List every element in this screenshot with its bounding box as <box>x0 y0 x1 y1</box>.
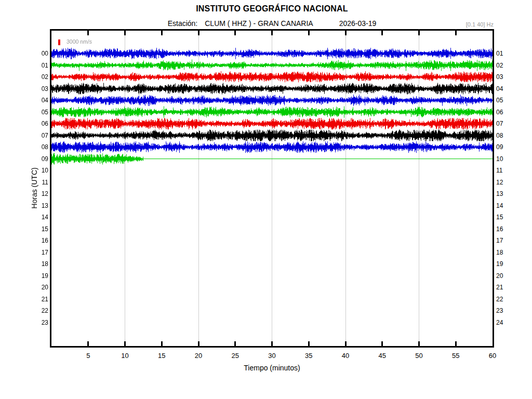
hour-label-right-04: 04 <box>496 85 527 92</box>
hour-label-right-03: 03 <box>496 73 527 81</box>
hour-label-left-18: 18 <box>0 260 48 268</box>
page-title: INSTITUTO GEOGRÁFICO NACIONAL <box>51 4 493 14</box>
hour-label-right-21: 21 <box>496 284 527 291</box>
hour-label-left-02: 02 <box>0 73 48 81</box>
hour-label-left-05: 05 <box>0 109 48 116</box>
axis-tick-bottom-55 <box>455 341 457 346</box>
hour-label-right-20: 20 <box>496 272 527 280</box>
hour-label-right-07: 07 <box>496 120 527 127</box>
date-value: 2026-03-19 <box>339 19 377 28</box>
axis-tick-top-10 <box>124 31 126 35</box>
axis-tick-top-20 <box>198 31 200 35</box>
x-tick-label-5: 5 <box>78 352 99 360</box>
axis-tick-top-40 <box>345 31 347 35</box>
hour-label-left-08: 08 <box>0 143 48 151</box>
hour-label-right-23: 23 <box>496 307 527 314</box>
axis-tick-top-50 <box>418 31 420 35</box>
axis-tick-bottom-50 <box>418 341 420 346</box>
hour-label-right-06: 06 <box>496 109 527 116</box>
seismogram-canvas <box>51 31 493 346</box>
axis-tick-bottom-30 <box>271 341 273 346</box>
axis-tick-top-5 <box>87 31 89 35</box>
hour-label-right-09: 09 <box>496 143 527 151</box>
x-tick-label-45: 45 <box>372 352 393 360</box>
hour-label-right-14: 14 <box>496 202 527 209</box>
hour-label-right-17: 17 <box>496 237 527 244</box>
hour-label-right-15: 15 <box>496 214 527 221</box>
hour-label-left-07: 07 <box>0 132 48 139</box>
x-tick-label-10: 10 <box>115 352 136 360</box>
axis-tick-top-55 <box>455 31 457 35</box>
axis-tick-bottom-5 <box>87 341 89 346</box>
station-value: CLUM ( HHZ ) - GRAN CANARIA <box>205 19 313 28</box>
axis-tick-top-35 <box>308 31 310 35</box>
axis-tick-top-30 <box>271 31 273 35</box>
plot-area: 3000 nm/s <box>51 31 493 346</box>
hour-label-left-11: 11 <box>0 179 48 186</box>
hour-label-right-01: 01 <box>496 50 527 57</box>
hour-label-left-21: 21 <box>0 296 48 303</box>
axis-tick-bottom-45 <box>381 341 383 346</box>
x-tick-label-15: 15 <box>151 352 172 360</box>
x-tick-label-55: 55 <box>445 352 466 360</box>
hour-label-right-05: 05 <box>496 97 527 104</box>
hour-label-right-19: 19 <box>496 260 527 268</box>
x-tick-label-50: 50 <box>409 352 430 360</box>
y-axis-title: Horas (UTC) <box>30 167 38 208</box>
hour-label-right-08: 08 <box>496 132 527 139</box>
hour-label-right-18: 18 <box>496 249 527 256</box>
hour-label-left-22: 22 <box>0 307 48 314</box>
hour-label-left-23: 23 <box>0 319 48 326</box>
filter-band-label: [0.1 40] Hz <box>421 21 494 28</box>
x-tick-label-35: 35 <box>298 352 319 360</box>
hour-label-left-03: 03 <box>0 85 48 92</box>
hour-label-right-12: 12 <box>496 179 527 186</box>
x-tick-label-30: 30 <box>262 352 283 360</box>
hour-label-left-14: 14 <box>0 214 48 221</box>
hour-label-left-17: 17 <box>0 249 48 256</box>
hour-label-left-09: 09 <box>0 155 48 163</box>
hour-label-left-19: 19 <box>0 272 48 280</box>
hour-label-right-24: 24 <box>496 319 527 326</box>
axis-tick-top-15 <box>161 31 163 35</box>
hour-label-left-04: 04 <box>0 97 48 104</box>
hour-label-left-06: 06 <box>0 120 48 127</box>
hour-label-left-00: 00 <box>0 50 48 57</box>
hour-label-right-02: 02 <box>496 62 527 69</box>
axis-tick-bottom-25 <box>234 341 236 346</box>
hour-label-right-13: 13 <box>496 190 527 197</box>
scale-bar-icon <box>58 39 60 45</box>
hour-label-left-15: 15 <box>0 225 48 233</box>
x-tick-label-60: 60 <box>482 352 503 360</box>
axis-tick-bottom-20 <box>198 341 200 346</box>
x-tick-label-25: 25 <box>225 352 246 360</box>
axis-tick-top-45 <box>381 31 383 35</box>
axis-tick-bottom-40 <box>345 341 347 346</box>
axis-tick-bottom-35 <box>308 341 310 346</box>
hour-label-right-22: 22 <box>496 296 527 303</box>
hour-label-right-11: 11 <box>496 167 527 174</box>
x-tick-label-40: 40 <box>335 352 356 360</box>
helicorder-figure: INSTITUTO GEOGRÁFICO NACIONAL Estación: … <box>0 0 532 399</box>
hour-label-left-12: 12 <box>0 190 48 197</box>
hour-label-left-20: 20 <box>0 284 48 291</box>
scale-bar-label: 3000 nm/s <box>66 38 92 45</box>
x-tick-label-20: 20 <box>188 352 209 360</box>
station-label: Estación: <box>168 19 198 28</box>
hour-label-left-16: 16 <box>0 237 48 244</box>
hour-label-left-01: 01 <box>0 62 48 69</box>
axis-tick-bottom-10 <box>124 341 126 346</box>
hour-label-right-16: 16 <box>496 225 527 233</box>
x-axis-title: Tiempo (minutos) <box>51 364 493 372</box>
hour-label-right-10: 10 <box>496 155 527 163</box>
hour-label-left-10: 10 <box>0 167 48 174</box>
axis-tick-top-25 <box>234 31 236 35</box>
hour-label-left-13: 13 <box>0 202 48 209</box>
axis-tick-bottom-15 <box>161 341 163 346</box>
